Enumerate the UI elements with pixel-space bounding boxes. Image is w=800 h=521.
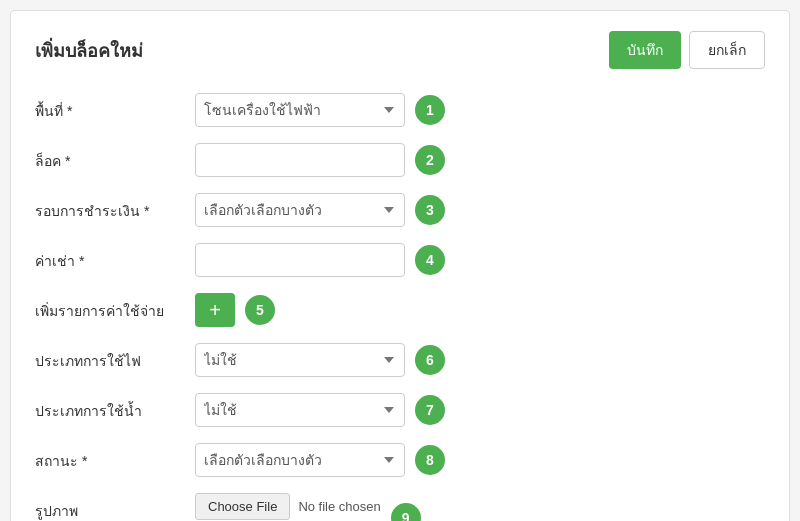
step-4: 4: [415, 245, 445, 275]
label-payment: รอบการชำระเงิน *: [35, 193, 195, 222]
cancel-button[interactable]: ยกเล็ก: [689, 31, 765, 69]
form-row-image: รูปภาพ Choose File No file chosen ขนาดอั…: [35, 493, 765, 521]
step-3: 3: [415, 195, 445, 225]
file-row: Choose File No file chosen: [195, 493, 381, 520]
label-water: ประเภทการใช้น้ำ: [35, 393, 195, 422]
header-buttons: บันทึก ยกเล็ก: [609, 31, 765, 69]
form-row-block: ล็อค * 2: [35, 143, 765, 177]
step-1: 1: [415, 95, 445, 125]
control-wrap-electricity: ไม่ใช้ 6: [195, 343, 765, 377]
label-area: พื้นที่ *: [35, 93, 195, 122]
select-water[interactable]: ไม่ใช้: [195, 393, 405, 427]
save-button[interactable]: บันทึก: [609, 31, 681, 69]
file-no-chosen-label: No file chosen: [298, 499, 380, 514]
step-9: 9: [391, 503, 421, 521]
step-2: 2: [415, 145, 445, 175]
control-wrap-image: Choose File No file chosen ขนาดอัปโหลดสู…: [195, 493, 765, 521]
control-wrap-status: เลือกตัวเลือกบางตัว 8: [195, 443, 765, 477]
page-title: เพิ่มบล็อคใหม่: [35, 36, 143, 65]
add-expense-button[interactable]: +: [195, 293, 235, 327]
step-5: 5: [245, 295, 275, 325]
form-row-payment: รอบการชำระเงิน * เลือกตัวเลือกบางตัว 3: [35, 193, 765, 227]
control-wrap-payment: เลือกตัวเลือกบางตัว 3: [195, 193, 765, 227]
page-header: เพิ่มบล็อคใหม่ บันทึก ยกเล็ก: [35, 31, 765, 69]
step-6: 6: [415, 345, 445, 375]
step-8: 8: [415, 445, 445, 475]
form-row-electricity: ประเภทการใช้ไฟ ไม่ใช้ 6: [35, 343, 765, 377]
form-row-area: พื้นที่ * โซนเครื่องใช้ไฟฟ้า 1: [35, 93, 765, 127]
label-image: รูปภาพ: [35, 493, 195, 521]
form-row-expense: เพิ่มรายการค่าใช้จ่าย + 5: [35, 293, 765, 327]
select-area[interactable]: โซนเครื่องใช้ไฟฟ้า: [195, 93, 405, 127]
form-row-water: ประเภทการใช้น้ำ ไม่ใช้ 7: [35, 393, 765, 427]
step-7: 7: [415, 395, 445, 425]
form-row-status: สถานะ * เลือกตัวเลือกบางตัว 8: [35, 443, 765, 477]
form-row-rent: ค่าเช่า * 4: [35, 243, 765, 277]
label-rent: ค่าเช่า *: [35, 243, 195, 272]
input-block[interactable]: [195, 143, 405, 177]
label-status: สถานะ *: [35, 443, 195, 472]
control-wrap-block: 2: [195, 143, 765, 177]
label-electricity: ประเภทการใช้ไฟ: [35, 343, 195, 372]
select-status[interactable]: เลือกตัวเลือกบางตัว: [195, 443, 405, 477]
page-container: เพิ่มบล็อคใหม่ บันทึก ยกเล็ก พื้นที่ * โ…: [10, 10, 790, 521]
control-wrap-expense: + 5: [195, 293, 765, 327]
select-payment[interactable]: เลือกตัวเลือกบางตัว: [195, 193, 405, 227]
label-expense: เพิ่มรายการค่าใช้จ่าย: [35, 293, 195, 322]
input-rent[interactable]: [195, 243, 405, 277]
label-block: ล็อค *: [35, 143, 195, 172]
select-electricity[interactable]: ไม่ใช้: [195, 343, 405, 377]
file-input-wrap: Choose File No file chosen ขนาดอัปโหลดสู…: [195, 493, 381, 521]
choose-file-button[interactable]: Choose File: [195, 493, 290, 520]
control-wrap-water: ไม่ใช้ 7: [195, 393, 765, 427]
control-wrap-rent: 4: [195, 243, 765, 277]
control-wrap-area: โซนเครื่องใช้ไฟฟ้า 1: [195, 93, 765, 127]
